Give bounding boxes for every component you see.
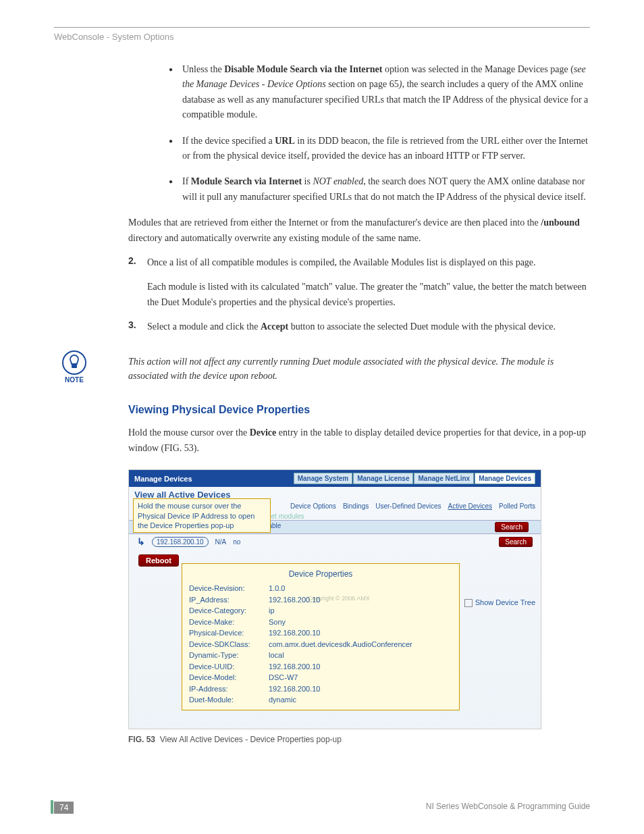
prop-val: 1.0.0 [269, 583, 285, 594]
svg-rect-1 [72, 365, 77, 368]
prop-val: dynamic [269, 694, 296, 706]
step-number: 2. [128, 255, 147, 310]
text: /unbound [541, 217, 580, 228]
titlebar-text: Manage Devices [134, 475, 192, 483]
prop-val: 192.168.200.10 [269, 661, 320, 673]
prop-val: com.amx.duet.devicesdk.AudioConferencer [269, 639, 412, 650]
prop-val: Sony [269, 617, 286, 628]
prop-val: local [269, 650, 284, 661]
page-number: 74 [54, 802, 74, 814]
text: Select a module and click the [147, 321, 261, 332]
text: option was selected in the Manage Device… [382, 64, 573, 74]
prop-key: Device-Model: [189, 672, 269, 683]
tab-manage-netlinx[interactable]: Manage NetLinx [414, 473, 474, 484]
subtab-polled-ports[interactable]: Polled Ports [499, 502, 535, 510]
subtab-user-defined[interactable]: User-Defined Devices [375, 502, 441, 510]
text: is [302, 176, 313, 186]
ip-link[interactable]: 192.168.200.10 [152, 537, 209, 547]
bullet-item: Unless the Disable Module Search via the… [169, 62, 590, 123]
note-label: NOTE [54, 376, 95, 384]
prop-val: 192.168.200.10 [269, 627, 320, 639]
prop-key: Dynamic-Type: [189, 650, 269, 661]
figure-screenshot: Manage Devices Manage System Manage Lice… [128, 469, 541, 729]
section-heading: Viewing Physical Device Properties [128, 404, 590, 416]
bullet-item: If the device specified a URL in its DDD… [169, 134, 590, 164]
step-item: 3. Select a module and click the Accept … [128, 319, 590, 334]
prop-key: Physical-Device: [189, 627, 269, 639]
prop-key: IP_Address: [189, 594, 269, 606]
show-device-tree[interactable]: Show Device Tree [464, 598, 535, 607]
search-button[interactable]: Search [495, 522, 529, 532]
subtab-active-devices[interactable]: Active Devices [448, 502, 493, 510]
text: Modules that are retrieved from either t… [128, 217, 541, 228]
text: Unless the [182, 64, 224, 74]
prop-key: Device-SDKClass: [189, 639, 269, 650]
arrow-icon: ↳ [137, 536, 145, 547]
hint-callout: Hold the mouse cursor over the Physical … [133, 498, 271, 533]
prop-val: 192.168.200.10 [269, 683, 320, 695]
prop-key: Device-Category: [189, 605, 269, 617]
tab-manage-system[interactable]: Manage System [294, 473, 353, 484]
prop-key: Device-Revision: [189, 583, 269, 594]
reboot-button[interactable]: Reboot [138, 554, 179, 567]
text: Module Search via Internet [191, 176, 302, 186]
footer-title: NI Series WebConsole & Programming Guide [426, 802, 590, 814]
text: If [182, 176, 191, 186]
note-text: This action will not affect any currentl… [128, 350, 590, 383]
prop-key: Device-Make: [189, 617, 269, 628]
prop-key: Duet-Module: [189, 694, 269, 706]
text: Each module is listed with its calculate… [147, 280, 590, 310]
figure-caption-text: View All Active Devices - Device Propert… [160, 735, 342, 744]
svg-point-0 [63, 351, 86, 374]
checkbox-icon[interactable] [464, 599, 473, 607]
text: Once a list of all compatible modules is… [147, 255, 590, 270]
bullet-item: If Module Search via Internet is NOT ena… [169, 174, 590, 205]
text: directory and automatically overwrite an… [128, 233, 421, 243]
text: NOT enabled [313, 176, 363, 186]
figure-caption: FIG. 53 View All Active Devices - Device… [128, 735, 590, 744]
search-row-button[interactable]: Search [499, 537, 533, 547]
text: Hold the mouse cursor over the [128, 427, 250, 438]
text: Device [250, 427, 277, 438]
prop-val: DSC-W7 [269, 672, 298, 683]
text: no [233, 538, 240, 546]
text: N/A [215, 538, 227, 546]
step-number: 3. [128, 319, 147, 334]
text: Show Device Tree [475, 598, 535, 606]
lightbulb-icon [62, 350, 86, 375]
text: URL [275, 136, 295, 146]
figure-number: FIG. 53 [128, 735, 155, 744]
text: Disable Module Search via the Internet [224, 64, 382, 74]
page-header: WebConsole - System Options [54, 32, 590, 42]
prop-val: ip [269, 605, 275, 617]
prop-key: IP-Address: [189, 683, 269, 695]
subtab-device-options[interactable]: Device Options [290, 502, 336, 510]
watermark: Copyright © 2006 AMX [308, 595, 370, 602]
prop-key: Device-UUID: [189, 661, 269, 673]
tab-manage-license[interactable]: Manage License [353, 473, 413, 484]
text: button to associate the selected Duet mo… [288, 321, 556, 332]
paragraph: Hold the mouse cursor over the Device en… [128, 425, 590, 456]
step-item: 2. Once a list of all compatible modules… [128, 255, 590, 310]
subtab-bindings[interactable]: Bindings [343, 502, 369, 510]
popup-title: Device Properties [189, 568, 452, 580]
paragraph: Modules that are retrieved from either t… [128, 215, 590, 246]
text: If the device specified a [182, 136, 275, 146]
text: section on page 65 [326, 79, 399, 89]
text: Accept [261, 321, 288, 332]
device-properties-popup: Device Properties Device-Revision:1.0.0 … [182, 563, 460, 710]
tab-manage-devices[interactable]: Manage Devices [475, 473, 535, 484]
